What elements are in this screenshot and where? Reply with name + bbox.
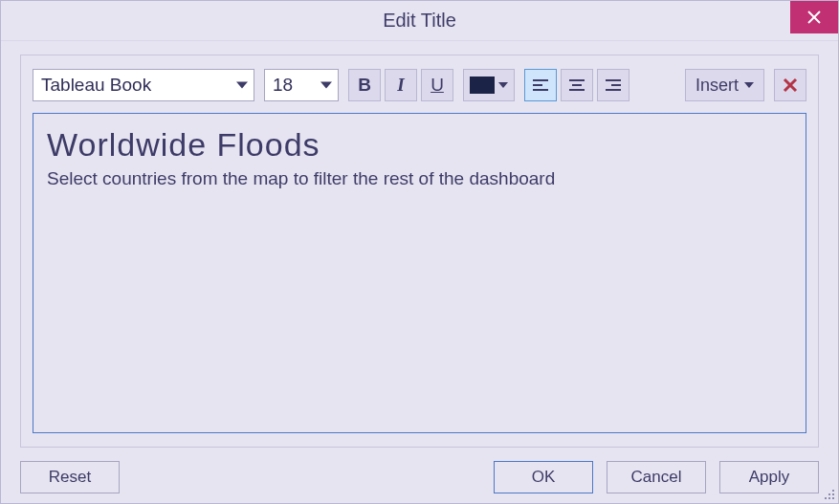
insert-label: Insert [695,76,739,96]
font-size-value: 18 [273,75,293,96]
underline-button[interactable]: U [421,69,453,101]
font-family-value: Tableau Book [41,75,151,96]
reset-button[interactable]: Reset [20,461,120,493]
window-close-button[interactable] [790,1,838,33]
color-swatch [470,77,495,94]
dialog-footer: Reset OK Cancel Apply [1,448,838,503]
align-left-button[interactable] [524,69,557,101]
chevron-down-icon [498,82,508,88]
edit-title-dialog: Edit Title Tableau Book 18 B [0,0,839,504]
title-subheading-text: Select countries from the map to filter … [47,168,792,189]
content-panel: Tableau Book 18 B I U [20,55,819,448]
font-color-picker[interactable] [463,69,515,101]
alignment-button-group [524,69,629,101]
cancel-label: Cancel [631,468,682,487]
close-icon [807,11,821,24]
chevron-down-icon [320,82,332,89]
underline-label: U [431,75,444,96]
italic-button[interactable]: I [385,69,417,101]
dialog-title: Edit Title [383,10,456,32]
cancel-button[interactable]: Cancel [607,461,706,493]
align-center-icon [568,78,585,92]
clear-formatting-button[interactable] [774,69,806,101]
chevron-down-icon [236,82,248,89]
style-button-group: B I U [348,69,453,101]
apply-label: Apply [749,468,790,487]
insert-menu-button[interactable]: Insert [685,69,764,101]
font-size-select[interactable]: 18 [264,69,339,101]
title-heading-text: Worldwide Floods [47,125,792,164]
bold-label: B [358,75,371,96]
align-center-button[interactable] [561,69,593,101]
resize-grip[interactable] [822,487,835,500]
formatting-toolbar: Tableau Book 18 B I U [33,67,806,103]
align-right-icon [605,78,622,92]
titlebar: Edit Title [1,1,838,41]
x-icon [783,77,798,93]
bold-button[interactable]: B [348,69,381,101]
title-editor[interactable]: Worldwide Floods Select countries from t… [33,113,806,433]
font-family-select[interactable]: Tableau Book [33,69,254,101]
align-right-button[interactable] [597,69,629,101]
ok-button[interactable]: OK [494,461,593,493]
reset-label: Reset [49,468,91,487]
chevron-down-icon [744,82,754,88]
apply-button[interactable]: Apply [719,461,819,493]
ok-label: OK [532,468,556,487]
align-left-icon [532,78,549,92]
italic-label: I [397,75,404,96]
